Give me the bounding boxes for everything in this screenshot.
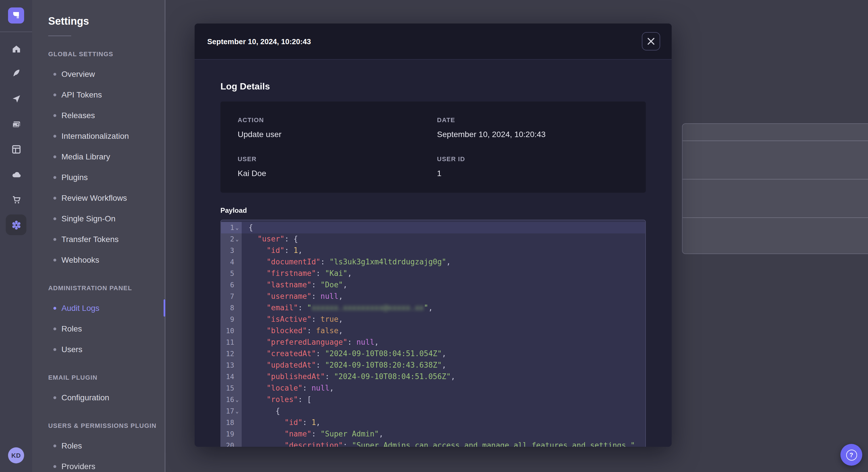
sidebar-item-api-tokens[interactable]: API Tokens: [32, 84, 165, 105]
sidebar-item-label: Roles: [61, 324, 82, 334]
bullet-icon: [53, 134, 56, 137]
sidebar-item-label: Configuration: [61, 392, 110, 403]
log-field: ACTIONUpdate user: [238, 116, 437, 139]
payload-json-editor[interactable]: 1⌄{2⌄ "user": {3 "id": 1,4 "documentId":…: [220, 220, 646, 447]
sidebar-item-label: Media Library: [61, 151, 110, 162]
bullet-icon: [53, 176, 56, 179]
sidebar-item-audit-logs[interactable]: Audit Logs: [32, 298, 165, 318]
cart-icon[interactable]: [11, 195, 21, 205]
sidebar-item-users[interactable]: Users: [32, 339, 165, 360]
user-avatar[interactable]: KD: [8, 447, 24, 463]
sidebar-item-label: Webhooks: [61, 255, 99, 265]
modal-header: September 10, 2024, 10:20:43: [195, 24, 672, 60]
fold-arrow-icon[interactable]: ⌄: [234, 233, 240, 245]
sidebar-item-media-library[interactable]: Media Library: [32, 146, 165, 167]
line-number: 3: [221, 245, 242, 256]
field-label: ACTION: [238, 116, 437, 124]
sidebar-item-label: Transfer Tokens: [61, 234, 119, 244]
sidebar-item-label: Users: [61, 344, 82, 355]
sidebar-item-single-sign-on[interactable]: Single Sign-On: [32, 208, 165, 229]
code-line: 13 "updatedAt": "2024-09-10T08:20:43.638…: [221, 360, 645, 371]
sidebar-item-label: Plugins: [61, 172, 88, 182]
sidebar-item-transfer-tokens[interactable]: Transfer Tokens: [32, 229, 165, 249]
line-number: 9: [221, 314, 242, 325]
sidebar-item-label: Internationalization: [61, 131, 129, 141]
payload-label: Payload: [220, 206, 646, 215]
code-line: 10 "blocked": false,: [221, 325, 645, 337]
line-number: 13: [221, 360, 242, 371]
code-line: 18 "id": 1,: [221, 417, 645, 429]
line-number: 10: [221, 325, 242, 337]
bullet-icon: [53, 155, 56, 158]
nav-section-label: GLOBAL SETTINGS: [48, 50, 165, 58]
line-number: 4: [221, 256, 242, 268]
line-number: 6: [221, 279, 242, 291]
images-icon[interactable]: [11, 120, 21, 130]
bullet-icon: [53, 196, 56, 199]
title-divider: [48, 36, 71, 36]
sidebar-item-review-workflows[interactable]: Review Workflows: [32, 188, 165, 208]
code-line: 4 "documentId": "ls3uk3g1xm4ltdrdugzajg0…: [221, 256, 645, 268]
log-details-info-box: ACTIONUpdate userDATESeptember 10, 2024,…: [220, 102, 646, 193]
code-line: 15 "locale": null,: [221, 382, 645, 394]
feather-icon[interactable]: [11, 68, 21, 78]
email-redacted: xxxxxx.xxxxxxxxx@xxxxx.xx: [311, 303, 424, 312]
code-line: 11 "preferedLanguage": null,: [221, 337, 645, 348]
settings-icon-active[interactable]: [6, 214, 26, 235]
fold-arrow-icon[interactable]: ⌄: [234, 405, 240, 417]
audit-log-table-card: [682, 123, 868, 254]
sidebar-item-roles[interactable]: Roles: [32, 318, 165, 339]
log-field: DATESeptember 10, 2024, 10:20:43: [437, 116, 629, 139]
bullet-icon: [53, 465, 56, 468]
sidebar-item-releases[interactable]: Releases: [32, 105, 165, 126]
sidebar-item-webhooks[interactable]: Webhooks: [32, 249, 165, 270]
sidebar-item-internationalization[interactable]: Internationalization: [32, 126, 165, 146]
sidebar-item-providers[interactable]: Providers: [32, 456, 165, 472]
line-number: 5: [221, 268, 242, 279]
line-number: 1⌄: [221, 222, 242, 233]
line-number: 8: [221, 302, 242, 314]
line-number: 18: [221, 417, 242, 429]
nav-section-label: EMAIL PLUGIN: [48, 373, 165, 381]
field-label: USER: [238, 155, 437, 163]
sidebar-item-overview[interactable]: Overview: [32, 64, 165, 84]
field-value: Kai Doe: [238, 168, 437, 178]
sidebar-divider: [0, 32, 32, 32]
fold-arrow-icon[interactable]: ⌄: [234, 222, 240, 233]
send-icon[interactable]: [11, 94, 21, 104]
sidebar-item-label: Review Workflows: [61, 193, 127, 203]
sidebar-item-label: Overview: [61, 69, 95, 79]
code-line: 16⌄ "roles": [: [221, 394, 645, 405]
sidebar-item-configuration[interactable]: Configuration: [32, 387, 165, 408]
close-icon: [648, 38, 654, 45]
log-field: USERKai Doe: [238, 155, 437, 178]
strapi-logo[interactable]: [8, 7, 24, 24]
bullet-icon: [53, 217, 56, 220]
sidebar-item-label: Single Sign-On: [61, 213, 115, 224]
field-value: September 10, 2024, 10:20:43: [437, 129, 629, 139]
sidebar-item-roles[interactable]: Roles: [32, 435, 165, 456]
question-icon: ?: [846, 449, 857, 460]
help-button[interactable]: ?: [840, 444, 862, 466]
bullet-icon: [53, 93, 56, 96]
log-field: USER ID1: [437, 155, 629, 178]
bullet-icon: [53, 72, 56, 75]
code-line: 12 "createdAt": "2024-09-10T08:04:51.054…: [221, 348, 645, 360]
bullet-icon: [53, 396, 56, 399]
line-number: 14: [221, 371, 242, 382]
home-icon[interactable]: [11, 44, 21, 54]
sidebar-item-label: API Tokens: [61, 90, 102, 100]
layout-icon[interactable]: [11, 144, 21, 154]
sidebar-item-plugins[interactable]: Plugins: [32, 167, 165, 188]
cloud-icon[interactable]: [11, 170, 21, 179]
modal-title: September 10, 2024, 10:20:43: [207, 37, 642, 45]
code-line: 20 "description": "Super Admins can acce…: [221, 440, 645, 447]
active-indicator: [164, 299, 165, 316]
main-icon-sidebar: KD: [0, 0, 33, 472]
code-line: 8 "email": "xxxxxx.xxxxxxxxx@xxxxx.xx",: [221, 302, 645, 314]
code-line: 7 "username": null,: [221, 291, 645, 302]
close-button[interactable]: [642, 32, 660, 50]
bullet-icon: [53, 238, 56, 241]
sidebar-item-label: Audit Logs: [61, 303, 99, 313]
fold-arrow-icon[interactable]: ⌄: [234, 394, 240, 405]
